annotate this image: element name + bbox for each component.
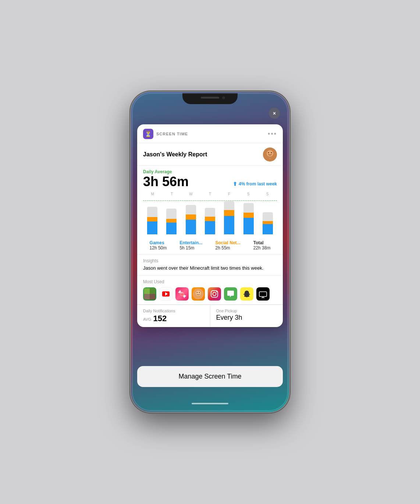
category-time: 22h 38m xyxy=(253,245,271,251)
bar-tuesday xyxy=(162,198,181,234)
category-name: Total xyxy=(253,240,264,245)
pickup-value: Every 3h xyxy=(216,314,277,322)
bar-gray xyxy=(263,212,273,221)
bar-orange xyxy=(224,210,234,216)
bar-orange xyxy=(186,214,196,220)
bar-orange xyxy=(205,217,215,221)
header-title: SCREEN TIME xyxy=(156,132,188,136)
category-time: 12h 50m xyxy=(150,245,167,251)
category-time: 5h 15m xyxy=(179,245,194,251)
notifications-label: Daily Notifications xyxy=(143,309,204,313)
bar-bg xyxy=(224,201,234,234)
chart-day-m: M xyxy=(147,192,158,196)
bar-bg xyxy=(243,203,254,234)
chart-day-w: W xyxy=(186,192,196,196)
bar-sunday xyxy=(259,198,277,234)
most-used-label: Most Used xyxy=(143,279,277,284)
insights-text: Jason went over their Minecraft limit tw… xyxy=(143,265,277,271)
bar-monday xyxy=(143,198,161,234)
category-time: 2h 55m xyxy=(216,245,230,251)
percent-arrow-icon: ⬆ xyxy=(233,181,237,187)
chart-day-t1: T xyxy=(167,192,177,196)
app-icon-snapchat[interactable] xyxy=(240,287,253,301)
bar-friday xyxy=(220,198,238,234)
bar-gray xyxy=(224,201,234,210)
pickup-stat: One Pickup Every 3h xyxy=(210,305,283,327)
app-icon-youtube[interactable] xyxy=(159,287,172,301)
bars-container xyxy=(143,198,277,234)
bar-blue xyxy=(186,220,196,234)
home-bar xyxy=(192,403,228,404)
bar-orange xyxy=(243,213,254,218)
svg-point-2 xyxy=(268,152,269,153)
card-header: ⏳ SCREEN TIME ••• xyxy=(137,124,283,143)
avg-prefix: AVG xyxy=(143,317,151,322)
category-games[interactable]: Games 12h 50m xyxy=(150,240,167,251)
bar-orange xyxy=(166,219,177,223)
bar-bg xyxy=(166,209,177,234)
bar-bg xyxy=(147,207,157,234)
daily-average-time: 3h 56m xyxy=(143,175,189,188)
categories-section: Games 12h 50m Entertain... 5h 15m Social… xyxy=(137,237,283,255)
app-icon-face[interactable] xyxy=(192,287,205,301)
bar-saturday xyxy=(239,198,257,234)
app-icon-tv[interactable] xyxy=(256,287,270,301)
notifications-value: AVG 152 xyxy=(143,314,204,323)
avatar-image xyxy=(263,148,277,162)
percent-change-badge: ⬆ 4% from last week xyxy=(233,181,277,187)
app-icon-candy-crush[interactable]: 🍬 xyxy=(175,287,189,301)
bar-gray xyxy=(243,203,254,213)
phone-frame: × ⏳ SCREEN TIME ••• Jason's Weekly Repor… xyxy=(131,92,289,412)
category-total: Total 22h 38m xyxy=(253,240,271,251)
app-icon-minecraft[interactable] xyxy=(143,287,156,301)
screen-time-icon: ⏳ xyxy=(143,129,153,139)
bar-bg xyxy=(186,205,196,234)
phone-screen: × ⏳ SCREEN TIME ••• Jason's Weekly Repor… xyxy=(132,93,288,411)
youtube-play-icon xyxy=(162,291,170,297)
insights-section: Insights Jason went over their Minecraft… xyxy=(137,255,283,276)
bar-blue xyxy=(166,223,177,234)
svg-point-6 xyxy=(197,292,197,293)
close-button[interactable]: × xyxy=(269,108,280,119)
chart-section: M T W T F S S xyxy=(137,191,283,237)
face-icon xyxy=(193,288,204,299)
bar-thursday xyxy=(201,198,219,234)
candy-icon: 🍬 xyxy=(178,290,187,298)
bar-blue xyxy=(243,218,254,234)
pickup-label: One Pickup xyxy=(216,309,277,313)
svg-point-7 xyxy=(199,292,200,293)
app-icon-instagram[interactable] xyxy=(208,287,221,301)
app-icon-messages[interactable] xyxy=(224,287,237,301)
chart-day-s1: S xyxy=(243,192,253,196)
category-entertainment[interactable]: Entertain... 5h 15m xyxy=(179,240,202,251)
report-section: Jason's Weekly Report xyxy=(137,143,283,166)
bar-blue xyxy=(147,221,157,234)
daily-average-label: Daily Average xyxy=(143,169,277,174)
report-title: Jason's Weekly Report xyxy=(143,151,207,158)
instagram-icon xyxy=(210,290,218,298)
header-left: ⏳ SCREEN TIME xyxy=(143,129,188,139)
avatar xyxy=(263,148,277,162)
more-options-button[interactable]: ••• xyxy=(268,130,277,138)
chart-area xyxy=(143,198,277,234)
close-icon: × xyxy=(273,110,276,116)
manage-btn-container: Manage Screen Time xyxy=(137,366,283,387)
bar-gray xyxy=(186,205,196,214)
bar-orange xyxy=(263,221,273,224)
category-social[interactable]: Social Net... 2h 55m xyxy=(216,240,241,251)
svg-point-10 xyxy=(216,291,217,292)
chart-day-f: F xyxy=(224,192,234,196)
chart-days: M T W T F S S xyxy=(143,192,277,196)
screen-time-card: ⏳ SCREEN TIME ••• Jason's Weekly Report xyxy=(137,124,283,327)
minecraft-block xyxy=(144,288,155,299)
most-used-section: Most Used 🍬 xyxy=(137,276,283,305)
bar-blue xyxy=(263,224,273,234)
svg-rect-11 xyxy=(259,292,267,297)
bar-bg xyxy=(263,212,273,234)
camera xyxy=(222,96,225,100)
daily-average-row: 3h 56m ⬆ 4% from last week xyxy=(143,175,277,188)
snapchat-icon xyxy=(243,290,251,298)
manage-screen-time-button[interactable]: Manage Screen Time xyxy=(137,366,283,387)
daily-average-section: Daily Average 3h 56m ⬆ 4% from last week xyxy=(137,166,283,191)
tv-icon xyxy=(259,290,267,298)
